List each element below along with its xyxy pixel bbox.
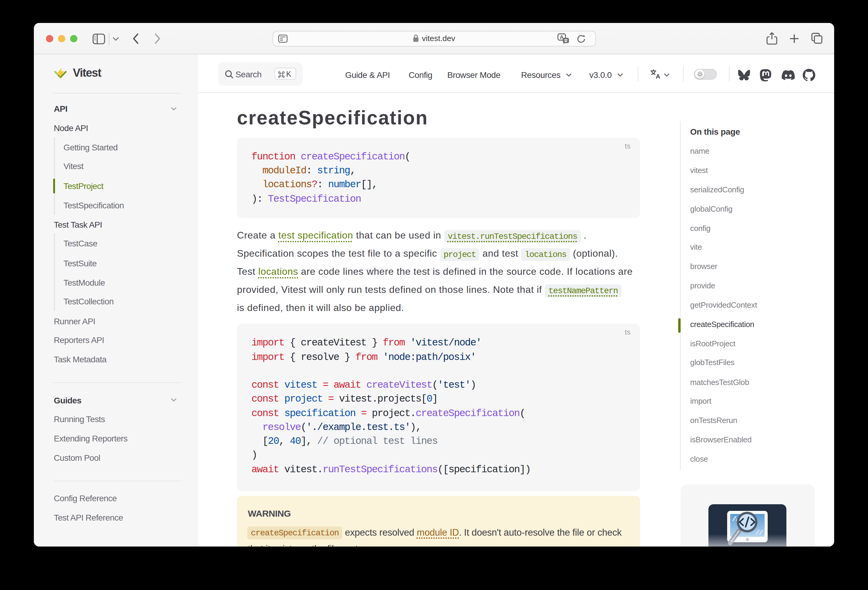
- svg-text:A: A: [655, 73, 660, 79]
